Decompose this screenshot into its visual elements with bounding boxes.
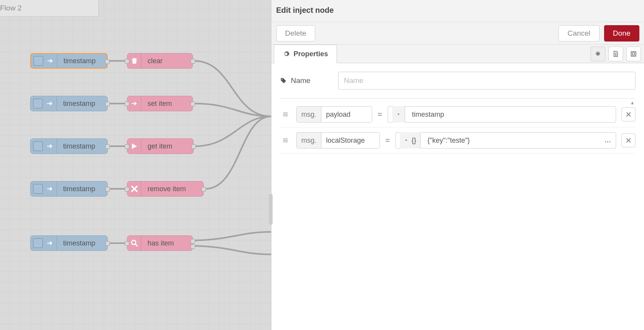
cancel-button[interactable]: Cancel	[558, 25, 599, 41]
output-port[interactable]	[105, 59, 110, 64]
input-port[interactable]	[125, 144, 129, 149]
svg-rect-3	[632, 53, 635, 55]
gear-icon	[594, 50, 601, 57]
inject-trigger-button[interactable]	[33, 184, 43, 194]
arrow-right-icon	[43, 96, 57, 111]
type-dropdown[interactable]: {}	[400, 132, 421, 149]
output-port[interactable]	[105, 102, 110, 106]
value-display: {"key":"teste"}	[428, 136, 601, 145]
arrow-right-icon	[127, 96, 141, 111]
output-port[interactable]	[105, 144, 110, 149]
x-icon	[625, 111, 632, 118]
expand-value-button[interactable]: ...	[605, 137, 611, 144]
output-port[interactable]	[105, 187, 110, 192]
grip-icon	[282, 137, 289, 144]
inject-node-2[interactable]: timestamp	[30, 96, 108, 111]
done-button[interactable]: Done	[604, 25, 639, 41]
output-port[interactable]	[191, 59, 195, 64]
scroll-up-icon: ▲	[630, 100, 635, 105]
inject-trigger-button[interactable]	[33, 98, 43, 109]
node-label: timestamp	[57, 100, 101, 108]
msg-property-input[interactable]: msg.	[296, 106, 372, 123]
inject-node-3[interactable]: timestamp	[30, 138, 108, 154]
output-port[interactable]	[191, 144, 196, 149]
name-input[interactable]	[338, 72, 635, 90]
storage-node-removeitem[interactable]: remove item	[127, 181, 204, 197]
output-port[interactable]	[191, 239, 195, 244]
trash-icon	[127, 54, 141, 68]
name-field-label: Name	[280, 76, 330, 85]
panel-title: Edit inject node	[271, 0, 644, 22]
storage-node-clear[interactable]: clear	[127, 53, 193, 69]
inject-trigger-button[interactable]	[33, 56, 43, 66]
tab-properties[interactable]: Properties	[274, 45, 337, 63]
panel-resize-handle[interactable]	[269, 194, 273, 225]
property-row: msg. = timestamp	[280, 102, 635, 128]
msg-property-name[interactable]	[321, 107, 372, 122]
type-dropdown[interactable]	[392, 106, 405, 123]
flow-tab[interactable]: Flow 2	[0, 0, 99, 17]
equals-label: =	[378, 110, 382, 119]
tab-properties-label: Properties	[294, 50, 328, 58]
value-display: timestamp	[412, 111, 611, 119]
document-icon	[612, 50, 619, 57]
svg-point-4	[282, 79, 282, 79]
node-label: timestamp	[57, 57, 102, 65]
node-label: set item	[141, 100, 178, 108]
value-type-selector[interactable]: timestamp	[388, 106, 616, 123]
storage-node-hasitem[interactable]: has item	[127, 235, 193, 251]
flow-canvas[interactable]: Flow 2 timestamp timestamp timestamp	[0, 0, 271, 330]
msg-property-input[interactable]: msg.	[296, 132, 380, 149]
x-icon	[625, 137, 632, 144]
node-description-button[interactable]	[608, 47, 623, 61]
inject-node-5[interactable]: timestamp	[30, 235, 108, 251]
drag-handle[interactable]	[280, 111, 291, 118]
output-port[interactable]	[105, 241, 110, 246]
output-port[interactable]	[201, 187, 206, 192]
node-label: timestamp	[57, 185, 101, 193]
search-icon	[127, 236, 141, 251]
flow-tab-label: Flow 2	[0, 4, 22, 12]
node-settings-button[interactable]	[591, 47, 605, 61]
grip-icon	[282, 111, 289, 118]
drag-handle[interactable]	[280, 137, 291, 144]
arrow-right-icon	[43, 181, 57, 196]
inject-trigger-button[interactable]	[33, 238, 43, 248]
input-port[interactable]	[125, 102, 129, 106]
input-port[interactable]	[125, 241, 129, 246]
storage-node-getitem[interactable]: get item	[127, 138, 194, 154]
panel-tabs: Properties	[271, 45, 644, 63]
msg-property-name[interactable]	[321, 133, 380, 148]
arrow-right-icon	[43, 236, 57, 251]
property-row: msg. = {} {"key":"teste"} ...	[280, 128, 635, 154]
delete-button[interactable]: Delete	[276, 25, 315, 41]
tag-icon	[280, 77, 287, 84]
inject-trigger-button[interactable]	[33, 141, 43, 151]
node-label: remove item	[141, 185, 192, 193]
remove-row-button[interactable]	[622, 107, 635, 121]
node-label: clear	[141, 57, 169, 65]
arrow-right-icon	[43, 139, 57, 154]
output-port[interactable]	[191, 102, 195, 106]
chevron-down-icon	[396, 112, 401, 117]
input-port[interactable]	[125, 59, 129, 64]
equals-label: =	[385, 136, 390, 145]
gear-icon	[283, 50, 290, 57]
inject-node-4[interactable]: timestamp	[30, 181, 108, 197]
arrow-right-icon	[43, 54, 57, 68]
output-port[interactable]	[191, 244, 195, 249]
panel-action-bar: Delete Cancel Done	[271, 22, 644, 45]
edit-panel: Edit inject node Delete Cancel Done Prop…	[271, 0, 644, 330]
name-label-text: Name	[291, 76, 311, 85]
remove-row-button[interactable]	[622, 133, 635, 147]
storage-node-setitem[interactable]: set item	[127, 96, 193, 111]
node-label: get item	[141, 142, 179, 150]
node-label: timestamp	[57, 239, 101, 247]
node-appearance-button[interactable]	[626, 47, 641, 61]
property-list: ▲ msg. = timestamp	[280, 98, 635, 154]
inject-node-1[interactable]: timestamp	[30, 53, 108, 69]
input-port[interactable]	[125, 187, 129, 192]
x-icon	[127, 181, 141, 196]
value-type-selector[interactable]: {} {"key":"teste"} ...	[395, 132, 616, 149]
panel-body: Name ▲ msg. = timestamp	[271, 63, 644, 330]
